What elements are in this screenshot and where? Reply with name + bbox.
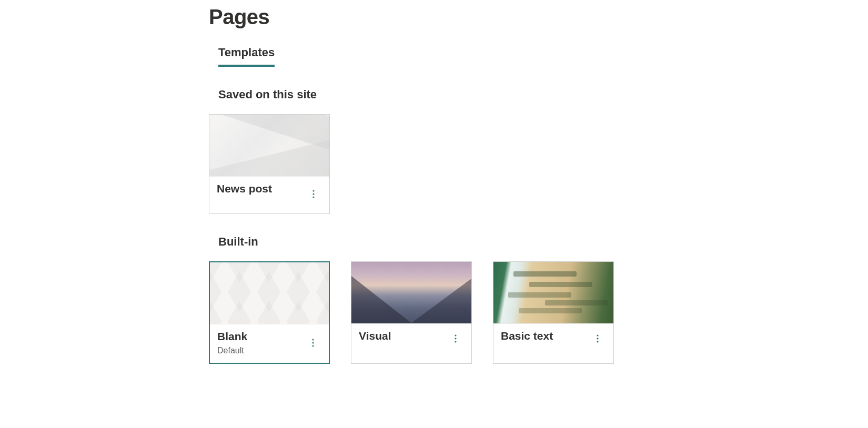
svg-point-9 bbox=[597, 334, 598, 336]
tabs-bar: Templates bbox=[218, 46, 868, 67]
template-thumbnail bbox=[209, 115, 329, 176]
svg-point-8 bbox=[455, 341, 456, 342]
more-actions-button[interactable] bbox=[307, 338, 319, 350]
more-vertical-icon bbox=[455, 334, 457, 345]
template-thumbnail bbox=[210, 262, 329, 324]
tab-templates[interactable]: Templates bbox=[218, 46, 275, 67]
more-vertical-icon bbox=[312, 190, 315, 200]
more-vertical-icon bbox=[597, 334, 599, 345]
template-card-basic-text[interactable]: Basic text bbox=[493, 261, 614, 364]
svg-point-7 bbox=[455, 338, 456, 339]
template-thumbnail bbox=[493, 262, 613, 323]
more-actions-button[interactable] bbox=[591, 333, 604, 346]
more-vertical-icon bbox=[312, 339, 314, 349]
svg-point-0 bbox=[312, 190, 314, 191]
svg-point-4 bbox=[312, 342, 314, 343]
builtin-templates-row: Blank Default Visual bbox=[209, 261, 868, 364]
saved-templates-row: News post bbox=[209, 114, 868, 214]
template-title: Visual bbox=[359, 329, 464, 342]
template-title: Basic text bbox=[501, 329, 606, 342]
svg-point-6 bbox=[455, 334, 456, 336]
more-actions-button[interactable] bbox=[449, 333, 462, 346]
svg-point-5 bbox=[312, 345, 314, 347]
template-card-news-post[interactable]: News post bbox=[209, 114, 330, 214]
template-thumbnail bbox=[351, 262, 471, 323]
template-title: News post bbox=[217, 182, 322, 195]
more-actions-button[interactable] bbox=[307, 189, 320, 201]
section-heading-builtin: Built-in bbox=[218, 235, 868, 249]
section-heading-saved: Saved on this site bbox=[218, 88, 868, 101]
template-title: Blank bbox=[217, 330, 321, 343]
template-card-blank[interactable]: Blank Default bbox=[209, 261, 330, 364]
svg-point-10 bbox=[597, 338, 598, 339]
page-title: Pages bbox=[209, 5, 868, 29]
svg-point-11 bbox=[597, 341, 598, 342]
svg-point-3 bbox=[312, 339, 314, 340]
svg-point-2 bbox=[312, 196, 314, 198]
template-card-visual[interactable]: Visual bbox=[351, 261, 472, 364]
svg-point-1 bbox=[312, 193, 314, 195]
template-subtitle: Default bbox=[217, 346, 321, 355]
